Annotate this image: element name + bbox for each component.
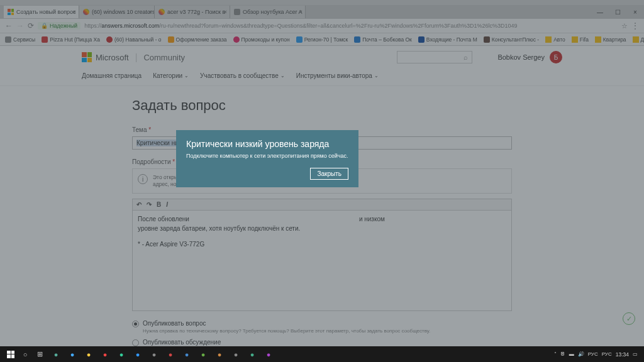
taskbar-app[interactable]: ● bbox=[97, 346, 113, 362]
task-view-icon[interactable]: ⊞ bbox=[31, 346, 48, 362]
volume-icon[interactable]: 🔊 bbox=[578, 351, 584, 357]
taskbar-app[interactable]: ● bbox=[113, 346, 130, 362]
cortana-icon[interactable]: ○ bbox=[19, 346, 31, 362]
modal-body: Подключите компьютер к сети электропитан… bbox=[186, 153, 348, 159]
taskbar-app[interactable]: ● bbox=[260, 346, 277, 362]
taskbar-app[interactable]: ● bbox=[130, 346, 146, 362]
start-button[interactable] bbox=[3, 346, 19, 362]
taskbar-app[interactable]: ● bbox=[179, 346, 195, 362]
action-center-icon[interactable]: ▭ bbox=[633, 351, 638, 357]
taskbar-app[interactable]: ● bbox=[48, 346, 64, 362]
system-tray: ˄ ⛨ ▬ 🔊 РУС РУС 13:34 ▭ bbox=[554, 351, 641, 358]
clock[interactable]: 13:34 bbox=[616, 351, 629, 358]
network-icon[interactable]: ▬ bbox=[569, 351, 574, 357]
taskbar-app[interactable]: ● bbox=[80, 346, 97, 362]
input-lang[interactable]: РУС bbox=[588, 351, 598, 357]
battery-critical-notification: Критически низкий уровень заряда Подключ… bbox=[176, 130, 358, 187]
tray-icon[interactable]: ⛨ bbox=[560, 351, 565, 357]
keyboard-lang[interactable]: РУС bbox=[602, 351, 612, 357]
taskbar-app[interactable]: ● bbox=[244, 346, 260, 362]
modal-title: Критически низкий уровень заряда bbox=[186, 139, 348, 149]
taskbar-app[interactable]: ● bbox=[162, 346, 179, 362]
tray-chevron-icon[interactable]: ˄ bbox=[554, 351, 557, 357]
taskbar-app[interactable]: ● bbox=[146, 346, 162, 362]
taskbar-app[interactable]: ● bbox=[228, 346, 244, 362]
windows-taskbar: ○ ⊞ ● ● ● ● ● ● ● ● ● ● ● ● ● ● ˄ ⛨ ▬ 🔊 … bbox=[0, 346, 644, 362]
taskbar-app[interactable]: ● bbox=[64, 346, 80, 362]
close-button[interactable]: Закрыть bbox=[310, 168, 348, 180]
taskbar-app[interactable]: ● bbox=[195, 346, 211, 362]
taskbar-app[interactable]: ● bbox=[211, 346, 228, 362]
